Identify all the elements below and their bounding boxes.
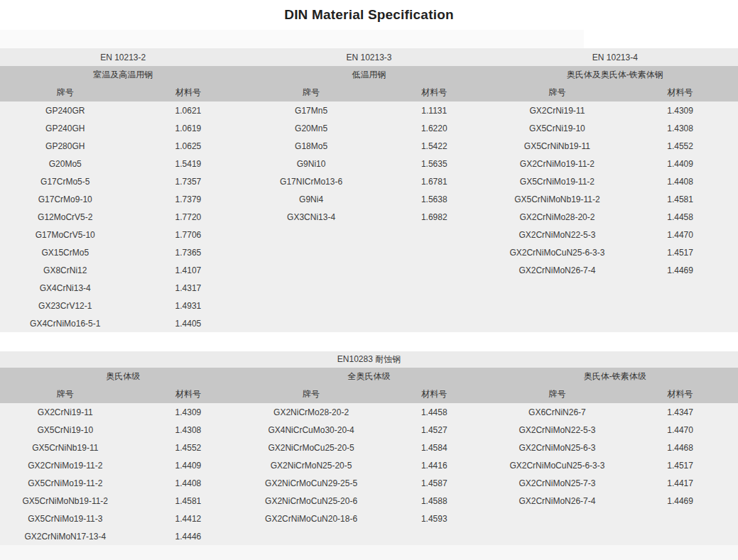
table1-data-block: GP240GR1.0621GP240GH1.0619GP280GH1.0625G… (0, 101, 738, 332)
table-row: GX6CrNiN26-71.4347 (492, 403, 738, 421)
table-row: GX2CrNiMoN26-7-41.4469 (492, 261, 738, 279)
material-cell: 1.5422 (376, 141, 492, 151)
standard-label: EN 10213-4 (492, 53, 738, 62)
material-cell: 1.4317 (131, 283, 246, 293)
table-row: GX2CrNi19-111.4309 (492, 101, 738, 119)
table-row: G17NICrMo13-61.6781 (246, 172, 492, 190)
column-header-pair: 牌号 材料号 (246, 87, 492, 99)
table-row: GX23CrV12-11.4931 (0, 297, 246, 314)
material-cell: 1.4417 (622, 478, 738, 488)
grade-cell: GX5CrNi19-10 (492, 123, 623, 133)
material-cell: 1.7379 (131, 194, 246, 204)
material-cell: 1.0621 (131, 106, 246, 116)
title-substrip (0, 30, 738, 48)
table-row: GX2CrNiMo28-20-21.4458 (492, 208, 738, 226)
table1-standards-row: EN 10213-2 EN 10213-3 EN 10213-4 (0, 48, 738, 66)
table-row: G20Mo51.5419 (0, 155, 246, 172)
grade-cell: GX2NiCrMoCuN25-20-6 (246, 496, 376, 506)
material-cell: 1.5419 (131, 159, 246, 169)
table1-header-band: 室温及高温用钢 低温用钢 奥氏体及奥氏体-铁素体钢 牌号 材料号 牌号 材料号 … (0, 66, 738, 101)
grade-cell: GX5CrNiMo19-11-2 (492, 177, 623, 187)
table-row: G17Mn51.1131 (246, 101, 492, 119)
table-row: GX2CrNiMoCuN25-6-3-31.4517 (492, 243, 738, 261)
material-cell: 1.4309 (131, 407, 246, 417)
material-cell: 1.4470 (622, 230, 738, 240)
table-row: GX2CrNiMoN25-7-31.4417 (492, 474, 738, 492)
material-cell: 1.4527 (376, 425, 492, 435)
grade-cell: G17CrMo9-10 (0, 194, 131, 204)
category-label: 全奥氏体级 (246, 370, 492, 383)
grade-cell: GX15CrMo5 (0, 248, 131, 258)
grade-cell: GX2NiCrMoN25-20-5 (246, 461, 376, 471)
table-row: GX2CrNi19-111.4309 (0, 403, 246, 421)
grade-cell: G12MoCrV5-2 (0, 212, 131, 222)
column-header-pair: 牌号 材料号 (492, 87, 738, 99)
table-row: GX2CrNiMoN17-13-41.4446 (0, 527, 246, 545)
material-cell: 1.4517 (622, 461, 738, 471)
table-row: G9Ni41.5638 (246, 190, 492, 208)
table-row: GX5CrNiMo19-11-21.4408 (492, 172, 738, 190)
material-cell: 1.7720 (131, 212, 246, 222)
material-column-header: 材料号 (622, 388, 738, 400)
category-label: 奥氏体及奥氏体-铁素体钢 (492, 69, 738, 81)
grade-cell: GX5CrNiMo19-11-3 (0, 514, 131, 524)
grade-column-header: 牌号 (0, 87, 131, 99)
table2-section1-rows: GX2CrNi19-111.4309GX5CrNi19-101.4308GX5C… (0, 403, 246, 545)
material-cell: 1.4107 (131, 265, 246, 275)
grade-column-header: 牌号 (246, 388, 376, 400)
grade-column-header: 牌号 (492, 388, 623, 400)
table1-column-headers-row: 牌号 材料号 牌号 材料号 牌号 材料号 (0, 84, 738, 101)
table-row: GX5CrNi19-101.4308 (0, 421, 246, 439)
grade-cell: G17NICrMo13-6 (246, 177, 376, 187)
table-row: GX2CrNiMoCuN25-6-3-31.4517 (492, 456, 738, 474)
page: DIN Material Specification EN 10213-2 EN… (0, 0, 738, 560)
table-row: GX2NiCrMoCu25-20-51.4584 (246, 439, 492, 456)
grade-cell: G17CrMo5-5 (0, 177, 131, 187)
table2-section3-rows: GX6CrNiN26-71.4347GX2CrNiMoN22-5-31.4470… (492, 403, 738, 510)
table1-section2-rows: G17Mn51.1131G20Mn51.6220G18Mo51.5422G9Ni… (246, 101, 492, 226)
material-cell: 1.4587 (376, 478, 492, 488)
grade-cell: GX2CrNiMo19-11-2 (492, 159, 623, 169)
material-cell: 1.4581 (622, 194, 738, 204)
material-cell: 1.1131 (376, 106, 492, 116)
material-cell: 1.4458 (376, 407, 492, 417)
grade-cell: GX5CrNiMoNb19-11-2 (492, 194, 623, 204)
table2-data-block: GX2CrNi19-111.4309GX5CrNi19-101.4308GX5C… (0, 403, 738, 545)
standard-label: EN 10213-2 (0, 53, 246, 62)
table-row: GX4NiCrCuMo30-20-41.4527 (246, 421, 492, 439)
grade-cell: GX4CrNi13-4 (0, 283, 131, 293)
table2-title-row: EN10283 耐蚀钢 (0, 351, 738, 368)
grade-cell: GP280GH (0, 141, 131, 151)
material-cell: 1.4593 (376, 514, 492, 524)
material-cell: 1.4412 (131, 514, 246, 524)
grade-column-header: 牌号 (0, 388, 131, 400)
grade-cell: GX4CrNiMo16-5-1 (0, 319, 131, 329)
grade-cell: GX5CrNiNb19-11 (0, 443, 131, 453)
tables-gap (0, 332, 738, 351)
material-cell: 1.5635 (376, 159, 492, 169)
material-cell: 1.7706 (131, 230, 246, 240)
table-row: GX2NiCrMoCuN29-25-51.4587 (246, 474, 492, 492)
column-header-pair: 牌号 材料号 (0, 388, 246, 400)
table-row: GX2CrNiMoN22-5-31.4470 (492, 226, 738, 243)
grade-column-header: 牌号 (492, 87, 623, 99)
grade-cell: GX5CrNi19-10 (0, 425, 131, 435)
column-header-pair: 牌号 材料号 (0, 87, 246, 99)
grade-cell: GX3CNi13-4 (246, 212, 376, 222)
table-row: GX2CrNiMoN22-5-31.4470 (492, 421, 738, 439)
material-cell: 1.4584 (376, 443, 492, 453)
grade-cell: G17Mn5 (246, 106, 376, 116)
grade-cell: GP240GH (0, 123, 131, 133)
grade-cell: GX2NiCrMoCu25-20-5 (246, 443, 376, 453)
table-row: G17CrMo9-101.7379 (0, 190, 246, 208)
category-label: 低温用钢 (246, 69, 492, 81)
table-row: GX5CrNiMo19-11-21.4408 (0, 474, 246, 492)
material-cell: 1.4588 (376, 496, 492, 506)
material-cell: 1.4405 (131, 319, 246, 329)
grade-cell: GX2CrNiMo28-20-2 (492, 212, 623, 222)
table-row: G18Mo51.5422 (246, 137, 492, 155)
table-row: GX15CrMo51.7365 (0, 243, 246, 261)
table-row: G9Ni101.5635 (246, 155, 492, 172)
grade-cell: GX2CrNiMoCuN25-6-3-3 (492, 248, 623, 258)
table-row: G12MoCrV5-21.7720 (0, 208, 246, 226)
